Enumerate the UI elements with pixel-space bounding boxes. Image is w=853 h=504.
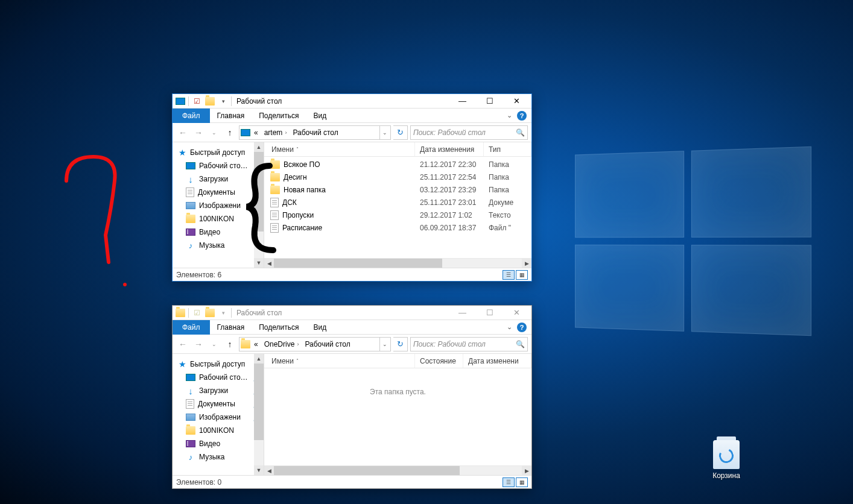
column-date[interactable]: Дата изменения xyxy=(415,142,484,156)
breadcrumb-dropdown[interactable]: ⌄ xyxy=(379,126,389,139)
close-button[interactable]: ✕ xyxy=(503,94,530,109)
breadcrumb[interactable]: « OneDrive› Рабочий стол ⌄ xyxy=(239,337,391,351)
refresh-button[interactable]: ↻ xyxy=(393,337,408,351)
tab-home[interactable]: Главная xyxy=(210,320,252,335)
sidebar-scrollbar[interactable]: ▲▼ xyxy=(254,354,264,475)
status-text: Элементов: 0 xyxy=(176,478,221,487)
qat-properties-icon[interactable]: ☑ xyxy=(192,308,201,318)
sidebar-item[interactable]: 100NIKON xyxy=(173,424,264,437)
back-button[interactable]: ← xyxy=(176,338,189,351)
minimize-button[interactable]: — xyxy=(449,94,476,109)
qat-dropdown-icon[interactable]: ▾ xyxy=(218,308,228,318)
tab-share[interactable]: Поделиться xyxy=(252,320,306,335)
file-row[interactable]: Всякое ПО21.12.2017 22:30Папка xyxy=(264,158,531,171)
recent-dropdown[interactable]: ⌄ xyxy=(208,338,221,351)
close-button[interactable]: ✕ xyxy=(503,306,530,320)
help-icon[interactable]: ? xyxy=(517,323,527,332)
sidebar: ★Быстрый доступРабочий сто…📌↓Загрузки📌До… xyxy=(173,142,264,268)
crumb-prefix[interactable]: « xyxy=(252,338,261,351)
file-row[interactable]: Новая папка03.12.2017 23:29Папка xyxy=(264,183,531,196)
statusbar: Элементов: 6 ☰ ▦ xyxy=(173,268,531,281)
sidebar-item-label: Видео xyxy=(199,439,220,448)
up-button[interactable]: ↑ xyxy=(223,126,236,139)
tab-view[interactable]: Вид xyxy=(306,109,334,123)
sidebar-item[interactable]: ♪Музыка xyxy=(173,239,264,252)
file-row[interactable]: Расписание06.09.2017 18:37Файл " xyxy=(264,221,531,234)
breadcrumb-dropdown[interactable]: ⌄ xyxy=(379,338,389,351)
sidebar-item[interactable]: Документы📌 xyxy=(173,397,264,411)
sidebar-quick-access[interactable]: ★Быстрый доступ xyxy=(173,146,264,159)
sidebar-item[interactable]: Изображени📌 xyxy=(173,199,264,212)
forward-button[interactable]: → xyxy=(192,126,205,139)
qat-dropdown-icon[interactable]: ▾ xyxy=(218,96,228,106)
sidebar-item[interactable]: 100NIKON xyxy=(173,212,264,225)
tab-home[interactable]: Главная xyxy=(210,109,252,123)
column-name[interactable]: Имени˄ xyxy=(267,142,415,156)
back-button[interactable]: ← xyxy=(176,126,189,139)
maximize-button[interactable]: ☐ xyxy=(476,306,503,320)
titlebar[interactable]: ☑ ▾ Рабочий стол — ☐ ✕ xyxy=(173,306,531,320)
sidebar-item[interactable]: Документы📌 xyxy=(173,186,264,199)
file-date: 25.11.2017 23:01 xyxy=(415,198,484,207)
recycle-bin[interactable]: Корзина xyxy=(708,440,744,480)
help-icon[interactable]: ? xyxy=(517,111,527,121)
window-title: Рабочий стол xyxy=(236,97,282,106)
sidebar-item[interactable]: ♪Музыка xyxy=(173,450,264,464)
folder-icon xyxy=(270,186,280,194)
sidebar-item[interactable]: Рабочий сто…📌 xyxy=(173,371,264,384)
tab-file[interactable]: Файл xyxy=(173,109,210,123)
qat-newfolder-icon[interactable] xyxy=(205,308,215,318)
crumb-parent[interactable]: OneDrive› xyxy=(262,338,302,351)
horizontal-scrollbar[interactable]: ◀▶ xyxy=(264,465,531,475)
minimize-button[interactable]: — xyxy=(449,306,476,320)
sidebar-item[interactable]: ↓Загрузки📌 xyxy=(173,172,264,186)
view-icons-button[interactable]: ▦ xyxy=(516,270,528,280)
search-input[interactable]: Поиск: Рабочий стол 🔍 xyxy=(410,125,528,140)
view-details-button[interactable]: ☰ xyxy=(503,270,515,280)
column-state[interactable]: Состояние xyxy=(415,354,463,368)
file-row[interactable]: ДСК25.11.2017 23:01Докуме xyxy=(264,196,531,209)
status-text: Элементов: 6 xyxy=(176,271,221,279)
qat-newfolder-icon[interactable] xyxy=(205,96,215,106)
sidebar-item[interactable]: ↓Загрузки📌 xyxy=(173,384,264,397)
up-button[interactable]: ↑ xyxy=(223,338,236,351)
view-icons-button[interactable]: ▦ xyxy=(516,477,528,487)
music-icon: ♪ xyxy=(186,241,195,250)
column-type[interactable]: Тип xyxy=(484,142,531,156)
maximize-button[interactable]: ☐ xyxy=(476,94,503,109)
folder-icon xyxy=(186,215,195,223)
download-icon: ↓ xyxy=(186,174,195,184)
tab-share[interactable]: Поделиться xyxy=(252,109,306,123)
sidebar-item[interactable]: Видео xyxy=(173,437,264,450)
crumb-prefix[interactable]: « xyxy=(252,126,261,139)
tab-file[interactable]: Файл xyxy=(173,320,210,335)
crumb-current[interactable]: Рабочий стол xyxy=(290,126,340,139)
file-name: Всякое ПО xyxy=(284,160,320,169)
ribbon-expand-icon[interactable]: ⌄ xyxy=(507,112,512,119)
view-details-button[interactable]: ☰ xyxy=(503,477,515,487)
crumb-parent[interactable]: artem› xyxy=(262,126,290,139)
titlebar[interactable]: ☑ ▾ Рабочий стол — ☐ ✕ xyxy=(173,94,531,109)
folder-icon xyxy=(270,160,280,169)
qat-properties-icon[interactable]: ☑ xyxy=(192,96,201,106)
search-input[interactable]: Поиск: Рабочий стол 🔍 xyxy=(410,337,528,351)
ribbon-expand-icon[interactable]: ⌄ xyxy=(507,323,512,331)
star-icon: ★ xyxy=(179,148,186,157)
recent-dropdown[interactable]: ⌄ xyxy=(208,126,221,139)
crumb-current[interactable]: Рабочий стол xyxy=(302,338,352,351)
sidebar-quick-access[interactable]: ★Быстрый доступ xyxy=(173,358,264,371)
breadcrumb[interactable]: « artem› Рабочий стол ⌄ xyxy=(239,125,391,140)
file-type: Папка xyxy=(484,186,531,194)
horizontal-scrollbar[interactable]: ◀▶ xyxy=(264,258,531,268)
column-name[interactable]: Имени˄ xyxy=(267,354,415,368)
sidebar-item[interactable]: Изображени📌 xyxy=(173,411,264,424)
file-row[interactable]: Десигн25.11.2017 22:54Папка xyxy=(264,171,531,183)
forward-button[interactable]: → xyxy=(192,338,205,351)
tab-view[interactable]: Вид xyxy=(306,320,334,335)
refresh-button[interactable]: ↻ xyxy=(393,125,408,140)
sidebar-item[interactable]: Видео xyxy=(173,225,264,239)
column-date[interactable]: Дата изменени xyxy=(463,354,531,368)
sidebar-item[interactable]: Рабочий сто…📌 xyxy=(173,159,264,172)
sidebar-scrollbar[interactable]: ▲▼ xyxy=(254,142,264,268)
file-row[interactable]: Пропуски29.12.2017 1:02Тексто xyxy=(264,209,531,221)
